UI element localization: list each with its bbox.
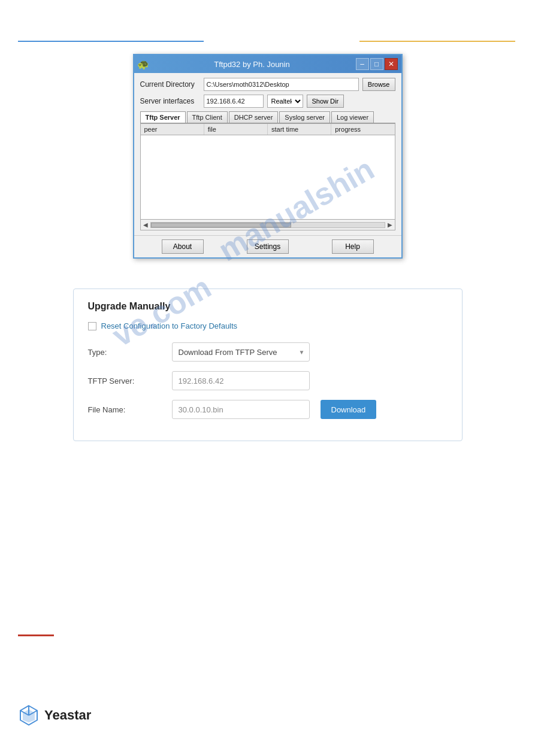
horizontal-scrollbar[interactable]: ◀ ▶ [140,220,395,230]
current-directory-label: Current Directory [140,80,200,89]
scroll-right-arrow[interactable]: ▶ [388,221,392,228]
tab-log-viewer[interactable]: Log viewer [331,111,374,123]
browse-button[interactable]: Browse [362,78,395,91]
show-dir-button[interactable]: Show Dir [307,95,344,108]
tab-dhcp-server[interactable]: DHCP server [229,111,279,123]
tab-tftp-client[interactable]: Tftp Client [187,111,228,123]
page-content: 🐢 Tftpd32 by Ph. Jounin – □ ✕ Current Di… [0,0,535,465]
col-file: file [204,124,268,135]
tftpd-tabs: Tftp Server Tftp Client DHCP server Sysl… [140,111,395,123]
tftpd-titlebar: 🐢 Tftpd32 by Ph. Jounin – □ ✕ [134,55,401,73]
top-decorative-lines [0,41,535,42]
upgrade-panel: Upgrade Manually Reset Configuration to … [73,289,463,441]
server-interfaces-row: Server interfaces Realtek PC Show Dir [140,95,395,108]
tftp-server-label: TFTP Server: [88,377,166,385]
col-progress: progress [331,124,394,135]
current-directory-input[interactable] [204,78,359,91]
file-name-label: File Name: [88,405,166,414]
type-select[interactable]: Download From TFTP Serve Download From H… [172,342,310,362]
reset-config-checkbox[interactable] [88,322,96,330]
yeastar-icon [18,705,40,726]
scroll-left-arrow[interactable]: ◀ [143,221,148,228]
tftpd-body: Current Directory Browse Server interfac… [134,73,401,235]
upgrade-title: Upgrade Manually [88,301,448,312]
tftp-server-input[interactable] [172,371,310,390]
yeastar-logo-text: Yeastar [44,708,91,723]
tftpd-table: peer file start time progress [140,123,395,220]
type-select-wrapper: Download From TFTP Serve Download From H… [172,342,310,362]
about-button[interactable]: About [162,239,204,254]
scroll-thumb[interactable] [151,223,291,227]
adapter-select[interactable]: Realtek PC [267,95,303,108]
file-name-field-row: File Name: Download [88,400,448,419]
top-line-blue [18,41,204,42]
reset-config-label: Reset Configuration to Factory Defaults [101,321,238,330]
file-name-input[interactable] [172,400,310,419]
maximize-button[interactable]: □ [370,58,383,70]
top-line-yellow [359,41,515,42]
col-peer: peer [141,124,204,135]
tftpd-app-icon: 🐢 [138,59,149,69]
tftpd-title: Tftpd32 by Ph. Jounin [149,60,356,69]
server-interfaces-label: Server interfaces [140,97,200,105]
close-button[interactable]: ✕ [385,58,398,70]
reset-config-row: Reset Configuration to Factory Defaults [88,321,448,330]
help-button[interactable]: Help [332,239,374,254]
yeastar-logo: Yeastar [18,705,91,726]
tftpd-footer: About Settings Help [134,235,401,257]
current-directory-row: Current Directory Browse [140,78,395,91]
reset-defaults-link[interactable]: Defaults [208,321,237,330]
tab-tftp-server[interactable]: Tftp Server [140,111,186,123]
table-header: peer file start time progress [141,124,395,135]
tftp-server-field-row: TFTP Server: [88,371,448,390]
window-controls: – □ ✕ [356,58,398,70]
type-field-row: Type: Download From TFTP Serve Download … [88,342,448,362]
scroll-track[interactable] [150,222,385,228]
bottom-red-line [18,634,54,636]
minimize-button[interactable]: – [356,58,369,70]
server-interfaces-input[interactable] [204,95,264,108]
download-button[interactable]: Download [321,400,377,419]
table-body [141,135,395,219]
type-label: Type: [88,348,166,357]
tftpd-window: 🐢 Tftpd32 by Ph. Jounin – □ ✕ Current Di… [133,54,403,259]
tab-syslog-server[interactable]: Syslog server [279,111,330,123]
col-start-time: start time [268,124,331,135]
settings-button[interactable]: Settings [247,239,289,254]
